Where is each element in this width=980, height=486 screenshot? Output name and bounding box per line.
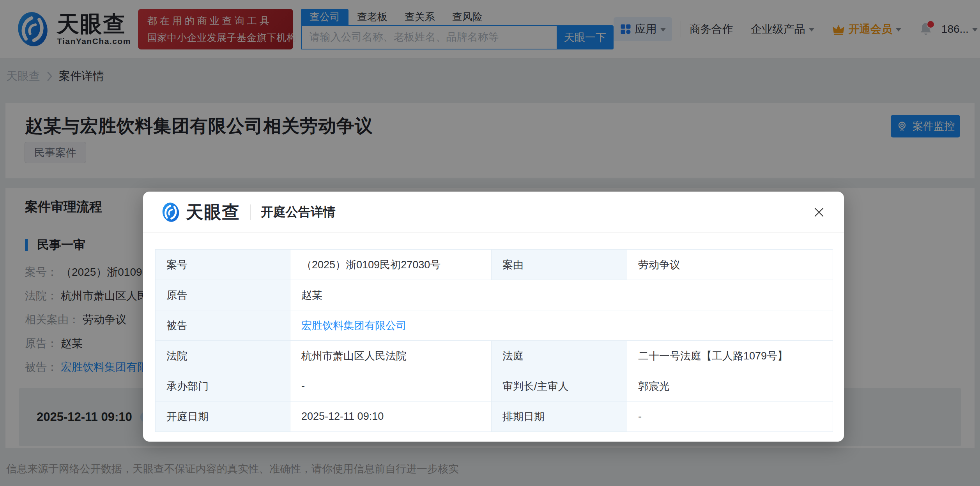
modal-logo-brand: 天眼查 <box>186 201 240 224</box>
hearing-detail-modal: 天眼查 开庭公告详情 案号 （2025）浙0109民初27030号 案由 劳动争… <box>143 192 844 442</box>
table-label: 承办部门 <box>156 371 290 401</box>
hearing-detail-table: 案号 （2025）浙0109民初27030号 案由 劳动争议 原告 赵某 被告 … <box>155 249 833 432</box>
table-label: 法庭 <box>492 341 627 371</box>
modal-title: 开庭公告详情 <box>261 204 336 221</box>
table-value: 杭州市萧山区人民法院 <box>290 341 492 371</box>
table-value: 郭宸光 <box>627 371 833 401</box>
table-value: 赵某 <box>290 280 833 310</box>
table-label: 审判长/主审人 <box>492 371 627 401</box>
table-label: 原告 <box>156 280 290 310</box>
table-value: 2025-12-11 09:10 <box>290 401 492 432</box>
table-value: （2025）浙0109民初27030号 <box>290 250 492 280</box>
table-value: 劳动争议 <box>627 250 833 280</box>
table-label: 排期日期 <box>492 401 627 432</box>
table-label: 开庭日期 <box>156 401 290 432</box>
close-icon[interactable] <box>811 204 827 220</box>
table-label: 案号 <box>156 250 290 280</box>
modal-header: 天眼查 开庭公告详情 <box>143 192 844 233</box>
tianyancha-logo-icon <box>160 202 181 223</box>
table-label: 案由 <box>492 250 627 280</box>
table-label: 法院 <box>156 341 290 371</box>
table-value: 二十一号法庭【工人路1079号】 <box>627 341 833 371</box>
defendant-company-link[interactable]: 宏胜饮料集团有限公司 <box>290 310 833 341</box>
table-value: - <box>290 371 492 401</box>
table-label: 被告 <box>156 310 290 341</box>
table-value: - <box>627 401 833 432</box>
modal-header-divider <box>250 204 251 220</box>
